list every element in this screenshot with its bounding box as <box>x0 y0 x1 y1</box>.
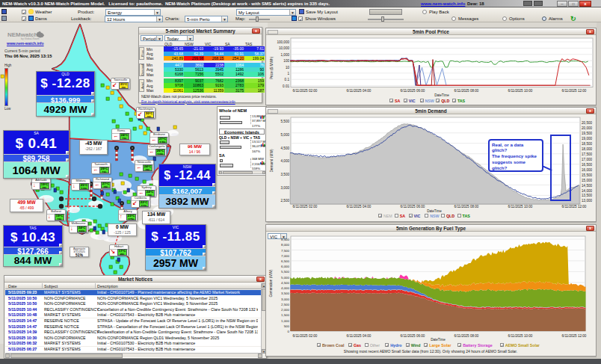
svg-text:6/11/2025 10:00: 6/11/2025 10:00 <box>508 89 533 93</box>
svg-text:7,000: 7,000 <box>281 254 290 258</box>
svg-text:5,000: 5,000 <box>281 276 290 280</box>
svg-text:19,000: 19,000 <box>582 137 592 141</box>
svg-text:10: 10 <box>286 66 290 70</box>
svg-text:5,500: 5,500 <box>281 270 290 274</box>
svg-text:13,000: 13,000 <box>582 199 592 203</box>
svg-text:8,000: 8,000 <box>281 243 290 247</box>
svg-text:3,500: 3,500 <box>281 291 290 295</box>
svg-text:1,000: 1,000 <box>281 319 290 323</box>
svg-text:6/11/2025 02:00: 6/11/2025 02:00 <box>293 205 318 209</box>
svg-text:6/11/2025 10:00: 6/11/2025 10:00 <box>508 334 533 338</box>
svg-text:4,500: 4,500 <box>281 146 290 150</box>
svg-text:6/11/2025 08:00: 6/11/2025 08:00 <box>454 205 479 209</box>
svg-text:DateTime: DateTime <box>431 338 446 342</box>
svg-text:6/11/2025 04:00: 6/11/2025 04:00 <box>347 89 372 93</box>
svg-text:100: 100 <box>283 59 289 63</box>
svg-text:500: 500 <box>284 324 290 328</box>
svg-text:4,000: 4,000 <box>281 286 290 290</box>
svg-text:17,000: 17,000 <box>582 158 592 161</box>
svg-text:3,000: 3,000 <box>281 297 290 301</box>
svg-text:1,000: 1,000 <box>281 53 290 57</box>
svg-text:6/11/2025 02:00: 6/11/2025 02:00 <box>293 334 318 338</box>
svg-text:Generation (MW): Generation (MW) <box>269 269 273 297</box>
svg-text:6/11/2025 12:00: 6/11/2025 12:00 <box>562 205 587 209</box>
svg-text:0.1: 0.1 <box>285 78 290 81</box>
svg-text:8,500: 8,500 <box>281 238 290 241</box>
svg-text:2,500: 2,500 <box>281 199 290 203</box>
svg-text:100,000: 100,000 <box>277 40 289 44</box>
svg-text:20,000: 20,000 <box>582 126 592 130</box>
svg-text:19,500: 19,500 <box>582 132 592 135</box>
svg-text:6/11/2025 08:00: 6/11/2025 08:00 <box>454 89 479 93</box>
svg-text:6/11/2025 08:00: 6/11/2025 08:00 <box>454 334 479 338</box>
svg-text:Demand (MW): Demand (MW) <box>270 149 274 173</box>
svg-text:7,500: 7,500 <box>281 249 290 253</box>
svg-text:15,500: 15,500 <box>582 173 592 177</box>
svg-text:18,500: 18,500 <box>582 142 592 146</box>
svg-text:4,000: 4,000 <box>281 159 290 163</box>
svg-text:1: 1 <box>287 72 289 75</box>
svg-text:3,000: 3,000 <box>281 186 290 190</box>
svg-text:6/11/2025 06:00: 6/11/2025 06:00 <box>401 89 425 93</box>
svg-text:14,000: 14,000 <box>582 189 592 193</box>
svg-text:0.01: 0.01 <box>283 84 289 88</box>
svg-text:2,500: 2,500 <box>281 303 290 306</box>
svg-text:6/11/2025 04:00: 6/11/2025 04:00 <box>347 334 372 338</box>
svg-text:DateTime: DateTime <box>427 209 442 213</box>
svg-text:6/11/2025 06:00: 6/11/2025 06:00 <box>401 334 425 338</box>
svg-text:0: 0 <box>288 330 290 333</box>
svg-text:6/11/2025 02:00: 6/11/2025 02:00 <box>293 89 318 93</box>
svg-text:6/11/2025 06:00: 6/11/2025 06:00 <box>401 205 425 209</box>
svg-text:6,500: 6,500 <box>281 259 290 263</box>
svg-text:16,000: 16,000 <box>582 168 592 172</box>
svg-text:14,500: 14,500 <box>582 184 592 188</box>
svg-text:13,500: 13,500 <box>582 194 592 197</box>
svg-text:Price ($/MWh): Price ($/MWh) <box>270 56 274 79</box>
svg-text:17,500: 17,500 <box>582 152 592 156</box>
svg-text:16,500: 16,500 <box>582 163 592 167</box>
svg-text:1,500: 1,500 <box>281 313 290 317</box>
svg-text:6/11/2025 04:00: 6/11/2025 04:00 <box>347 205 372 209</box>
svg-text:6/11/2025 10:00: 6/11/2025 10:00 <box>508 205 533 209</box>
svg-text:20,500: 20,500 <box>582 121 592 125</box>
svg-text:3,500: 3,500 <box>281 173 290 176</box>
svg-text:6/11/2025 12:00: 6/11/2025 12:00 <box>562 89 587 93</box>
svg-text:DateTime: DateTime <box>434 93 449 97</box>
svg-text:6,000: 6,000 <box>281 265 290 268</box>
svg-text:18,000: 18,000 <box>582 147 592 151</box>
svg-text:2,000: 2,000 <box>281 308 290 312</box>
svg-text:10,000: 10,000 <box>279 46 289 50</box>
svg-text:4,500: 4,500 <box>281 281 290 285</box>
svg-text:5,500: 5,500 <box>281 120 290 123</box>
svg-text:15,000: 15,000 <box>582 179 592 182</box>
svg-text:5,000: 5,000 <box>281 133 290 137</box>
svg-text:6/11/2025 12:00: 6/11/2025 12:00 <box>562 334 587 338</box>
